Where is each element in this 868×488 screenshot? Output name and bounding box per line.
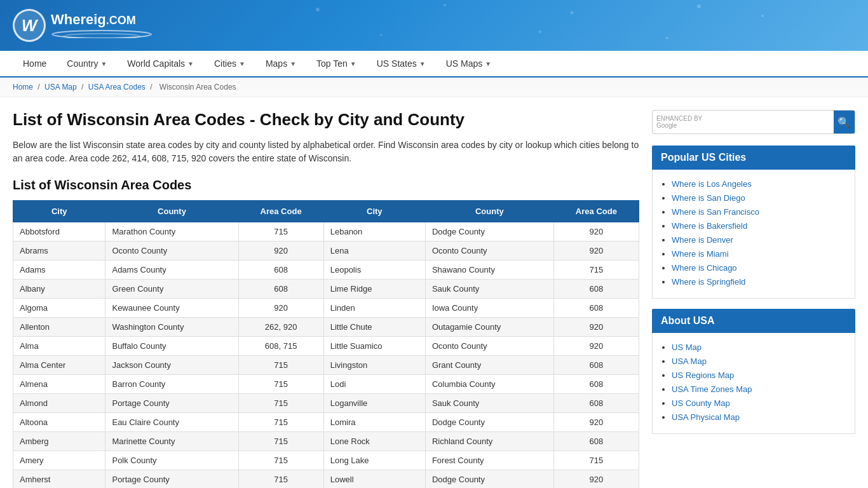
nav-us-maps[interactable]: US Maps ▼ — [436, 51, 501, 76]
table-cell: Jackson County — [105, 356, 238, 375]
table-cell: Shawano County — [425, 261, 553, 280]
google-label: ENHANCED BY Google — [653, 115, 714, 129]
table-cell: Marathon County — [105, 222, 238, 241]
table-cell: Green County — [105, 280, 238, 299]
table-header-row: City County Area Code City County Area C… — [13, 201, 639, 222]
breadcrumb-usa-map[interactable]: USA Map — [44, 83, 77, 92]
popular-city-link[interactable]: Where is Los Angeles — [672, 179, 752, 189]
table-cell: Adams — [13, 261, 105, 280]
table-row: AmeryPolk County715Long LakeForest Count… — [13, 451, 639, 470]
table-cell: Lone Rock — [323, 432, 425, 451]
table-cell: Amery — [13, 451, 105, 470]
logo[interactable]: W Whereig.COM — [13, 9, 153, 42]
site-name: Whereig.COM — [51, 13, 153, 27]
col-county-2: County — [425, 201, 553, 222]
table-cell: Altoona — [13, 413, 105, 432]
popular-city-link[interactable]: Where is Chicago — [672, 263, 737, 273]
table-cell: 608 — [553, 375, 639, 394]
about-usa-link[interactable]: USA Time Zones Map — [672, 384, 752, 394]
about-usa-items: US MapUSA MapUS Regions MapUSA Time Zone… — [661, 342, 846, 422]
table-cell: Almond — [13, 394, 105, 413]
list-item: Where is Denver — [672, 234, 846, 245]
table-row: AltoonaEau Claire County715LomiraDodge C… — [13, 413, 639, 432]
table-cell: 715 — [238, 222, 323, 241]
popular-cities-header: Popular US Cities — [652, 146, 855, 170]
table-cell: 920 — [553, 241, 639, 261]
nav-cities[interactable]: Cities ▼ — [204, 51, 255, 76]
list-item: Where is Bakersfield — [672, 220, 846, 231]
page-title: List of Wisconsin Area Codes - Check by … — [13, 110, 639, 130]
popular-city-link[interactable]: Where is Bakersfield — [672, 221, 747, 231]
breadcrumb-current: Wisconsin Area Codes — [159, 83, 236, 92]
popular-city-link[interactable]: Where is San Francisco — [672, 207, 759, 217]
table-cell: Abrams — [13, 241, 105, 261]
about-usa-link[interactable]: US County Map — [672, 398, 730, 408]
table-cell: Oconto County — [425, 241, 553, 261]
table-cell: Marinette County — [105, 432, 238, 451]
table-cell: Buffalo County — [105, 337, 238, 356]
table-cell: Outagamie County — [425, 318, 553, 337]
list-item: Where is San Diego — [672, 193, 846, 203]
table-cell: Polk County — [105, 451, 238, 470]
list-item: USA Map — [672, 356, 846, 366]
breadcrumb: Home / USA Map / USA Area Codes / Wiscon… — [0, 78, 868, 97]
breadcrumb-usa-area-codes[interactable]: USA Area Codes — [88, 83, 146, 92]
about-usa-link[interactable]: USA Physical Map — [672, 412, 740, 422]
table-cell: Sauk County — [425, 394, 553, 413]
search-button[interactable]: 🔍 — [834, 110, 855, 134]
section-title: List of Wisconsin Area Codes — [13, 178, 639, 193]
table-cell: Lebanon — [323, 222, 425, 241]
table-cell: Eau Claire County — [105, 413, 238, 432]
table-cell: Oconto County — [425, 337, 553, 356]
list-item: USA Time Zones Map — [672, 384, 846, 394]
table-row: AlgomaKewaunee County920LindenIowa Count… — [13, 299, 639, 318]
popular-city-link[interactable]: Where is Miami — [672, 249, 729, 259]
table-cell: Leopolis — [323, 261, 425, 280]
chevron-down-icon: ▼ — [100, 60, 107, 67]
table-cell: 715 — [238, 356, 323, 375]
table-cell: Livingston — [323, 356, 425, 375]
about-usa-link[interactable]: USA Map — [672, 356, 707, 366]
col-areacode-2: Area Code — [553, 201, 639, 222]
table-cell: Richland County — [425, 432, 553, 451]
table-cell: 920 — [238, 299, 323, 318]
table-row: AllentonWashington County262, 920Little … — [13, 318, 639, 337]
table-cell: Loganville — [323, 394, 425, 413]
nav-top-ten[interactable]: Top Ten ▼ — [306, 51, 367, 76]
nav-us-states[interactable]: US States ▼ — [367, 51, 436, 76]
nav-country[interactable]: Country ▼ — [57, 51, 117, 76]
chevron-down-icon: ▼ — [290, 60, 296, 67]
nav-home[interactable]: Home — [13, 51, 57, 76]
table-cell: 920 — [553, 470, 639, 488]
table-cell: Little Chute — [323, 318, 425, 337]
table-row: Alma CenterJackson County715LivingstonGr… — [13, 356, 639, 375]
about-usa-link[interactable]: US Map — [672, 342, 702, 352]
search-box[interactable]: ENHANCED BY Google 🔍 — [652, 110, 855, 134]
table-cell: Little Suamico — [323, 337, 425, 356]
popular-cities-list: Where is Los AngelesWhere is San DiegoWh… — [652, 170, 855, 299]
table-cell: Portage County — [105, 394, 238, 413]
nav-world-capitals[interactable]: World Capitals ▼ — [117, 51, 204, 76]
table-cell: Oconto County — [105, 241, 238, 261]
popular-city-link[interactable]: Where is San Diego — [672, 193, 745, 203]
table-cell: Algoma — [13, 299, 105, 318]
col-city-2: City — [323, 201, 425, 222]
about-usa-link[interactable]: US Regions Map — [672, 370, 734, 380]
search-input[interactable] — [714, 114, 834, 131]
col-areacode-1: Area Code — [238, 201, 323, 222]
table-cell: Portage County — [105, 470, 238, 488]
table-cell: Lena — [323, 241, 425, 261]
popular-city-link[interactable]: Where is Springfield — [672, 277, 745, 287]
table-cell: Adams County — [105, 261, 238, 280]
table-cell: 715 — [553, 261, 639, 280]
svg-point-8 — [381, 34, 383, 36]
chevron-down-icon: ▼ — [187, 60, 194, 67]
table-cell: Alma — [13, 337, 105, 356]
table-cell: 715 — [238, 432, 323, 451]
popular-city-link[interactable]: Where is Denver — [672, 235, 733, 245]
svg-point-3 — [444, 4, 446, 6]
nav-maps[interactable]: Maps ▼ — [255, 51, 306, 76]
table-cell: Linden — [323, 299, 425, 318]
breadcrumb-home[interactable]: Home — [13, 83, 33, 92]
table-cell: Dodge County — [425, 413, 553, 432]
